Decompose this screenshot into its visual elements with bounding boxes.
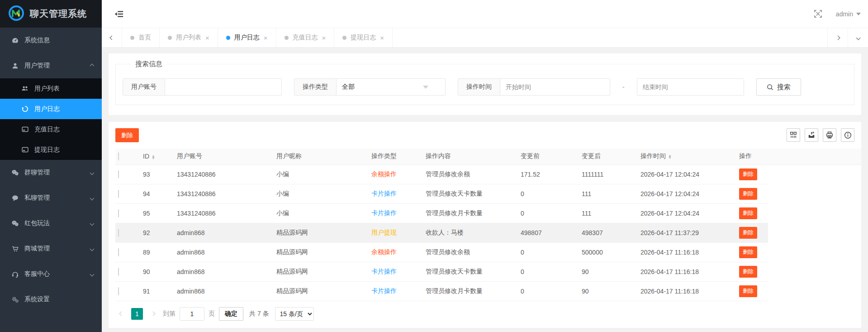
end-time-input[interactable] [637, 79, 744, 95]
sidebar-item-private-chat[interactable]: 私聊管理 [0, 185, 102, 211]
history-icon [21, 105, 29, 113]
page-size-select[interactable]: 15 条/页 [275, 307, 314, 321]
prev-page-button[interactable] [115, 308, 127, 320]
account-label: 用户账号 [123, 79, 165, 95]
tab-user-log[interactable]: 用户日志 × [218, 28, 276, 47]
close-icon[interactable]: × [264, 34, 268, 42]
row-delete-button[interactable]: 删除 [739, 188, 757, 200]
batch-delete-button[interactable]: 删除 [115, 128, 139, 142]
sidebar-item-system-info[interactable]: 系统信息 [0, 28, 102, 53]
cell-time: 2026-04-17 11:16:18 [638, 242, 736, 262]
sidebar-item-withdraw-log[interactable]: 提现日志 [0, 140, 102, 160]
start-time-input[interactable] [500, 79, 597, 95]
cell-before: 498807 [518, 223, 579, 242]
chevron-down-icon [856, 13, 861, 15]
row-delete-button[interactable]: 删除 [739, 246, 757, 258]
info-icon[interactable] [841, 128, 854, 142]
sort-icon[interactable]: ▲▼ [668, 154, 672, 159]
page-number-input[interactable] [180, 307, 204, 321]
type-select[interactable]: 全部 [337, 79, 434, 95]
sidebar-item-label: 群聊管理 [24, 168, 90, 177]
page-confirm-button[interactable]: 确定 [219, 307, 243, 321]
sidebar-item-system-settings[interactable]: 系统设置 [0, 287, 102, 312]
user-menu[interactable]: admin [836, 10, 861, 18]
cell-type: 卡片操作 [369, 184, 423, 203]
sidebar-item-label: 商城管理 [24, 245, 90, 253]
row-checkbox[interactable] [118, 268, 119, 276]
total-count: 共 7 条 [249, 310, 269, 318]
sidebar: 聊天管理系统 系统信息 用户管理 [0, 0, 102, 332]
cell-after: 90 [579, 262, 638, 281]
collapse-sidebar-icon[interactable] [114, 10, 123, 18]
sidebar-item-group-chat[interactable]: 群聊管理 [0, 160, 102, 185]
table-body: 9313431240886小编余额操作管理员修改余额171.5211111112… [115, 164, 768, 301]
table-row: 9313431240886小编余额操作管理员修改余额171.5211111112… [115, 164, 768, 184]
sidebar-item-red-packet[interactable]: 红包玩法 [0, 211, 102, 236]
redpacket-icon [11, 219, 19, 227]
row-delete-button[interactable]: 删除 [739, 207, 757, 219]
close-icon[interactable]: × [380, 34, 384, 42]
export-icon[interactable] [805, 128, 818, 142]
current-page[interactable]: 1 [131, 308, 143, 320]
tabs-options-button[interactable] [848, 28, 868, 47]
cell-time: 2026-04-17 11:16:18 [638, 262, 736, 281]
sidebar-item-label: 用户列表 [34, 85, 60, 93]
search-button[interactable]: 搜索 [756, 78, 801, 96]
sort-icon[interactable]: ▲▼ [152, 155, 155, 159]
table-wrap: ID▲▼ 用户账号 用户昵称 操作类型 操作内容 变更前 变更后 操作时间▲▼ … [115, 149, 854, 301]
type-label: 操作类型 [294, 79, 337, 95]
app-logo-icon [8, 5, 24, 23]
cell-account: admin868 [174, 242, 274, 262]
row-delete-button[interactable]: 删除 [739, 227, 757, 239]
close-icon[interactable]: × [205, 34, 209, 42]
chevron-down-icon [90, 272, 95, 276]
cell-account: admin868 [174, 281, 274, 301]
tab-user-list[interactable]: 用户列表 × [160, 28, 218, 47]
account-input[interactable] [165, 79, 273, 95]
sidebar-item-user-log[interactable]: 用户日志 [0, 99, 102, 119]
tab-dot-icon [130, 36, 134, 40]
sidebar-item-mall[interactable]: 商城管理 [0, 236, 102, 261]
row-delete-button[interactable]: 删除 [739, 266, 757, 278]
sidebar-item-label: 用户管理 [24, 62, 90, 70]
row-checkbox[interactable] [118, 170, 119, 178]
search-form-row: 用户账号 操作类型 全部 操作时间 [123, 78, 847, 96]
cell-id: 89 [140, 242, 174, 262]
columns-filter-icon[interactable] [787, 128, 800, 142]
row-checkbox[interactable] [118, 248, 119, 256]
sidebar-item-user-list[interactable]: 用户列表 [0, 78, 102, 99]
tabs-scroll-right-button[interactable] [827, 28, 848, 47]
next-page-button[interactable] [147, 308, 159, 320]
search-legend: 搜索信息 [131, 60, 167, 68]
tab-dot-icon [342, 36, 346, 40]
sidebar-item-recharge-log[interactable]: 充值日志 [0, 119, 102, 140]
row-checkbox[interactable] [118, 209, 119, 217]
tabs-scroll-left-button[interactable] [102, 28, 122, 47]
col-account: 用户账号 [174, 149, 274, 164]
row-checkbox[interactable] [118, 287, 119, 295]
select-all-checkbox[interactable] [118, 152, 119, 160]
gears-icon [11, 295, 19, 303]
fullscreen-icon[interactable] [814, 10, 822, 18]
row-delete-button[interactable]: 删除 [739, 285, 757, 297]
tab-withdraw-log[interactable]: 提现日志 × [334, 28, 393, 47]
cell-time: 2026-04-17 12:04:24 [638, 203, 736, 223]
print-icon[interactable] [823, 128, 836, 142]
tab-recharge-log[interactable]: 充值日志 × [276, 28, 335, 47]
table-header-row: ID▲▼ 用户账号 用户昵称 操作类型 操作内容 变更前 变更后 操作时间▲▼ … [115, 149, 768, 164]
content: 搜索信息 用户账号 操作类型 全部 [102, 48, 868, 332]
row-checkbox[interactable] [118, 190, 119, 198]
top-header: admin [102, 0, 868, 28]
sidebar-item-support-center[interactable]: 客服中心 [0, 261, 102, 287]
sidebar-item-user-management[interactable]: 用户管理 [0, 53, 102, 78]
cell-before: 0 [518, 184, 579, 203]
search-fieldset: 搜索信息 用户账号 操作类型 全部 [115, 60, 854, 105]
row-checkbox[interactable] [118, 229, 119, 237]
username: admin [836, 10, 853, 18]
sidebar-item-label: 充值日志 [34, 125, 60, 134]
sidebar-item-label: 客服中心 [24, 270, 90, 278]
tab-home[interactable]: 首页 [122, 28, 160, 47]
close-icon[interactable]: × [322, 34, 326, 42]
app-title: 聊天管理系统 [30, 8, 87, 20]
row-delete-button[interactable]: 删除 [739, 168, 757, 180]
